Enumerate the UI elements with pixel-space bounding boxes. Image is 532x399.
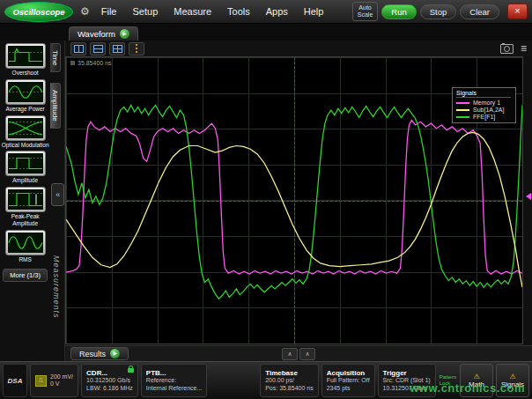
ptb-title: PTB...: [146, 369, 202, 377]
legend-entry: Sub[1A,2A]: [456, 107, 511, 113]
acquisition-pattern: Full Pattern: Off: [327, 377, 370, 384]
trigger-title: Trigger: [383, 369, 431, 377]
timebase-panel[interactable]: Timebase 200.00 ps/ Pos: 35.85400 ns: [260, 364, 319, 397]
camera-icon[interactable]: [500, 44, 514, 54]
measurement-icon-column: Overshoot Average Power Optical Modulati…: [0, 41, 50, 361]
content-area: Overshoot Average Power Optical Modulati…: [0, 41, 532, 361]
cdr-rate: 10.312500 Gb/s: [86, 377, 133, 384]
pattern-lock-line1: Pattern: [440, 374, 456, 381]
menu-tools[interactable]: Tools: [223, 4, 255, 18]
waveform-trace: [66, 132, 522, 287]
m1-marker[interactable]: M1: [526, 192, 532, 200]
optical-modulation-waveform-icon: [5, 115, 46, 141]
measurement-item-peak-peak-amplitude[interactable]: Peak-Peak Amplitude: [2, 187, 49, 227]
statusbar-spacer: [210, 364, 257, 397]
more-measurements-button[interactable]: More (1/3): [3, 269, 48, 282]
plot-area[interactable]: 35.85400 ns Signals Memory 1Sub[1A,2A]FF…: [65, 56, 523, 344]
clear-button[interactable]: Clear: [460, 4, 499, 19]
layout-split-vertical-button[interactable]: [70, 42, 86, 55]
expand-results-button-2[interactable]: ∧: [299, 348, 315, 360]
ptb-reference-label: Reference:: [146, 377, 202, 384]
timebase-scale: 200.00 ps/: [265, 377, 314, 384]
menu-file[interactable]: File: [97, 4, 122, 18]
menu-apps[interactable]: Apps: [262, 4, 292, 18]
plot-toolbar: ≡: [65, 41, 532, 56]
tab-results[interactable]: Results ▶: [70, 347, 129, 360]
overshoot-waveform-icon: [5, 43, 46, 69]
tab-time[interactable]: Time: [50, 43, 61, 72]
layout-quad-button[interactable]: [109, 42, 125, 55]
measurement-label: Optical Modulation: [2, 142, 49, 149]
auto-scale-line1: Auto: [358, 4, 373, 11]
waveform-main-area: ≡ 35.85400 ns Signals Memory 1Sub[1A,2A]…: [65, 41, 532, 361]
measurement-label: Amplitude: [2, 177, 49, 184]
oscilloscope-logo: Oscilloscope: [4, 2, 73, 22]
warning-icon: ⚠: [473, 373, 479, 381]
legend-title: Signals: [456, 90, 511, 98]
watermark: www.cntronics.com: [410, 381, 525, 395]
menu-setup[interactable]: Setup: [129, 4, 163, 18]
oscilloscope-app: Oscilloscope ⚙ File Setup Measure Tools …: [0, 0, 532, 399]
menu-measure[interactable]: Measure: [169, 4, 216, 18]
warning-icon: ⚠: [509, 373, 515, 381]
auto-scale-button[interactable]: Auto Scale: [352, 2, 379, 20]
settings-gear-icon[interactable]: ⚙: [80, 5, 90, 18]
dsa-badge[interactable]: DSA: [3, 364, 27, 397]
run-button[interactable]: Run: [381, 4, 416, 19]
menu-help[interactable]: Help: [299, 4, 329, 18]
timebase-title: Timebase: [265, 369, 314, 377]
measurement-label: Peak-Peak Amplitude: [2, 213, 49, 227]
waveform-trace: [66, 120, 522, 274]
auto-scale-line2: Scale: [358, 11, 373, 18]
measurement-label: RMS: [2, 256, 49, 263]
results-expander: ∧ ∧: [282, 348, 315, 360]
measurement-item-overshoot[interactable]: Overshoot: [2, 43, 49, 77]
measurement-item-average-power[interactable]: Average Power: [2, 79, 49, 113]
measurements-panel-title: Measurements: [52, 255, 61, 319]
channel-color-icon: ⎍: [35, 375, 47, 387]
legend-entry: Memory 1: [456, 100, 511, 106]
expand-results-button[interactable]: ∧: [282, 348, 298, 360]
legend-entry: FFE[F1]: [456, 114, 511, 120]
cdr-panel[interactable]: CDR... 10.312500 Gb/s LBW: 6.186 MHz: [81, 364, 138, 397]
menu-hamburger-icon[interactable]: ≡: [521, 43, 527, 54]
peak-peak-amplitude-waveform-icon: [5, 187, 46, 212]
layout-split-horizontal-button[interactable]: [90, 42, 106, 55]
lock-icon: [128, 368, 134, 373]
legend-rows: Memory 1Sub[1A,2A]FFE[F1]: [456, 100, 511, 120]
tab-amplitude[interactable]: Amplitude: [50, 83, 61, 129]
sidebar-strip: Time Amplitude « Measurements: [50, 41, 65, 361]
channel-scale: 200 mV/: [50, 373, 73, 381]
amplitude-waveform-icon: [5, 151, 46, 176]
measurement-label: Average Power: [2, 106, 49, 113]
tab-waveform[interactable]: Waveform ▶: [69, 26, 138, 41]
cdr-loop-bandwidth: LBW: 6.186 MHz: [86, 385, 133, 392]
play-icon[interactable]: ▶: [120, 29, 129, 39]
acquisition-points: 2345 pts: [327, 385, 370, 392]
results-tab-label: Results: [79, 350, 106, 358]
measurement-item-rms[interactable]: RMS: [2, 230, 49, 263]
measurement-label: Overshoot: [2, 70, 49, 77]
title-bar: Oscilloscope ⚙ File Setup Measure Tools …: [0, 0, 532, 24]
ptb-reference-value: Internal Reference...: [146, 385, 202, 392]
plot-toolbar-right: ≡: [500, 43, 527, 54]
collapse-sidebar-button[interactable]: «: [51, 183, 64, 206]
display-options-button[interactable]: [129, 42, 144, 55]
measurement-item-optical-modulation[interactable]: Optical Modulation: [2, 115, 49, 149]
results-play-icon[interactable]: ▶: [110, 349, 120, 358]
close-button[interactable]: ×: [507, 4, 528, 19]
options-dots-icon: [136, 43, 137, 54]
ptb-panel[interactable]: PTB... Reference: Internal Reference...: [141, 364, 207, 397]
grid-quad-icon: [113, 45, 122, 53]
rms-waveform-icon: [5, 230, 46, 255]
plot-wrapper: 35.85400 ns Signals Memory 1Sub[1A,2A]FF…: [65, 56, 532, 345]
waveform-trace: [66, 105, 522, 299]
channel-offset: 0 V: [50, 381, 73, 388]
acquisition-panel[interactable]: Acquisition Full Pattern: Off 2345 pts: [321, 364, 375, 397]
measurements-sidebar: Overshoot Average Power Optical Modulati…: [0, 41, 65, 361]
channel-panel[interactable]: ⎍ 200 mV/ 0 V: [30, 364, 78, 397]
grid-split-v-icon: [74, 45, 84, 53]
results-bar: Results ▶ ∧ ∧: [65, 345, 532, 361]
stop-button[interactable]: Stop: [420, 4, 457, 19]
measurement-item-amplitude[interactable]: Amplitude: [2, 151, 49, 184]
